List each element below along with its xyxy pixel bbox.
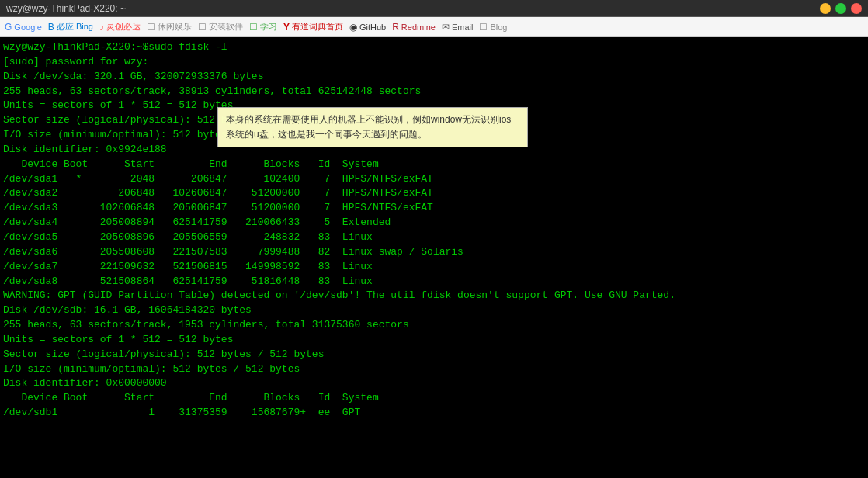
terminal-line: Disk identifier: 0x00000000 [3, 376, 865, 391]
terminal-line: [sudo] password for wzy: [3, 55, 865, 70]
tooltip-text: 本身的系统在需要使用人的机器上不能识别，例如window无法识别ios系统的u盘… [226, 114, 511, 140]
bookmark-bing[interactable]: B 必应 Bing [48, 21, 93, 33]
minimize-button[interactable] [820, 3, 831, 14]
bookmark-blog-label: Blog [490, 23, 507, 32]
install-icon: ☐ [198, 22, 207, 33]
terminal-line: /dev/sda6 205508608 221507583 7999488 82… [3, 245, 865, 260]
bookmark-blog[interactable]: ☐ Blog [479, 22, 507, 33]
bing-icon: B [48, 22, 54, 33]
terminal-line: I/O size (minimum/optimal): 512 bytes / … [3, 362, 865, 377]
bookmark-ent-label: 休闲娱乐 [158, 21, 192, 33]
terminal-line: Disk /dev/sda: 320.1 GB, 320072933376 by… [3, 70, 865, 85]
bookmark-github[interactable]: ◉ GitHub [349, 22, 386, 33]
bookmark-study-label: 学习 [260, 21, 277, 33]
music-icon: ♪ [99, 22, 104, 33]
google-icon: G [5, 22, 12, 33]
study-icon: ☐ [249, 22, 258, 33]
bookmark-email[interactable]: ✉ Email [442, 22, 474, 33]
titlebar: wzy@wzy-ThinkPad-X220: ~ [0, 0, 868, 17]
youdao-icon: Y [283, 22, 290, 33]
blog-icon: ☐ [479, 22, 488, 33]
maximize-button[interactable] [835, 3, 846, 14]
terminal-line: Sector size (logical/physical): 512 byte… [3, 348, 865, 362]
terminal-line: /dev/sda4 205008894 625141759 210066433 … [3, 216, 865, 230]
terminal-line: Disk /dev/sdb: 16.1 GB, 16064184320 byte… [3, 303, 865, 318]
terminal-line: Device Boot Start End Blocks Id System [3, 391, 865, 406]
bookmark-install[interactable]: ☐ 安装软件 [198, 21, 243, 33]
terminal-line: 255 heads, 63 sectors/track, 38913 cylin… [3, 85, 865, 99]
bookmark-ent[interactable]: ☐ 休闲娱乐 [147, 21, 192, 33]
tooltip-overlay: 本身的系统在需要使用人的机器上不能识别，例如window无法识别ios系统的u盘… [217, 107, 528, 147]
bookmark-youdao[interactable]: Y 有道词典首页 [283, 21, 343, 33]
redmine-icon: R [392, 22, 399, 33]
close-button[interactable] [851, 3, 862, 14]
bookmark-google-label: Google [14, 23, 41, 32]
bookmark-github-label: GitHub [359, 23, 386, 32]
bookmark-install-label: 安装软件 [209, 21, 243, 33]
bookmark-google[interactable]: G Google [5, 22, 42, 33]
bookmark-music[interactable]: ♪ 灵创必达 [99, 21, 141, 33]
ent-icon: ☐ [147, 22, 155, 33]
titlebar-title: wzy@wzy-ThinkPad-X220: ~ [6, 3, 126, 14]
bookmark-email-label: Email [452, 23, 474, 32]
titlebar-controls [820, 3, 862, 14]
bookmark-study[interactable]: ☐ 学习 [249, 21, 277, 33]
terminal-line: /dev/sda8 521508864 625141759 51816448 8… [3, 275, 865, 289]
terminal-line: /dev/sdb1 1 31375359 15687679+ ee GPT [3, 406, 865, 421]
bookmark-redmine[interactable]: R Redmine [392, 22, 436, 33]
bookmark-redmine-label: Redmine [401, 23, 436, 32]
terminal-line: /dev/sda3 102606848 205006847 51200000 7… [3, 201, 865, 216]
terminal-line: Units = sectors of 1 * 512 = 512 bytes [3, 333, 865, 348]
bookmark-youdao-label: 有道词典首页 [292, 21, 343, 33]
terminal-line: 255 heads, 63 sectors/track, 1953 cylind… [3, 318, 865, 333]
bookmarks-bar: G Google B 必应 Bing ♪ 灵创必达 ☐ 休闲娱乐 ☐ 安装软件 … [0, 17, 868, 37]
email-icon: ✉ [442, 22, 450, 33]
bookmark-music-label: 灵创必达 [106, 21, 141, 33]
github-icon: ◉ [349, 22, 357, 33]
terminal[interactable]: wzy@wzy-ThinkPad-X220:~$sudo fdisk -l[su… [0, 37, 868, 478]
terminal-line: /dev/sda5 205008896 205506559 248832 83 … [3, 230, 865, 245]
terminal-line: Device Boot Start End Blocks Id System [3, 158, 865, 172]
terminal-line: WARNING: GPT (GUID Partition Table) dete… [3, 289, 865, 303]
terminal-line: /dev/sda7 221509632 521506815 149998592 … [3, 260, 865, 275]
terminal-line: /dev/sda2 206848 102606847 51200000 7 HP… [3, 186, 865, 201]
terminal-line: wzy@wzy-ThinkPad-X220:~$sudo fdisk -l [3, 40, 865, 55]
terminal-line: /dev/sda1 * 2048 206847 102400 7 HPFS/NT… [3, 172, 865, 187]
bookmark-bing-label: 必应 Bing [57, 21, 93, 33]
